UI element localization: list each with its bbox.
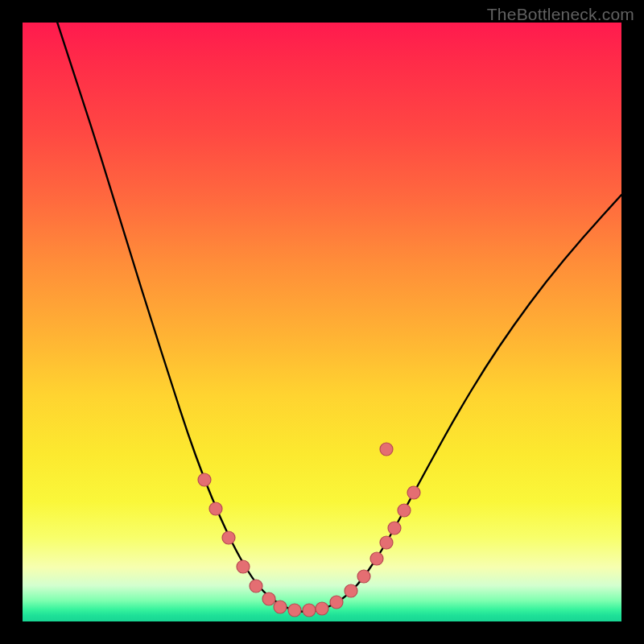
marker-dot <box>288 604 301 617</box>
marker-dot <box>262 592 275 605</box>
marker-dot <box>380 536 393 549</box>
marker-dot <box>198 473 211 486</box>
marker-dot <box>237 560 250 573</box>
marker-dot <box>222 531 235 544</box>
marker-dot <box>398 504 411 517</box>
marker-dot <box>316 602 328 615</box>
marker-dot <box>388 522 401 535</box>
marker-dot <box>330 596 343 609</box>
marker-dot <box>357 570 370 583</box>
marker-dot <box>274 601 287 613</box>
watermark-text: TheBottleneck.com <box>487 5 634 24</box>
marker-dot <box>380 443 393 456</box>
marker-dot <box>407 486 420 499</box>
marker-dot <box>370 552 383 565</box>
marker-dot <box>250 580 262 592</box>
chart-svg <box>23 23 621 621</box>
marker-dot <box>303 604 316 617</box>
marker-dot <box>209 502 222 515</box>
marker-dot <box>345 584 357 597</box>
curve-layer <box>55 23 621 612</box>
chart-frame: TheBottleneck.com <box>0 0 644 644</box>
markers-layer <box>198 443 420 617</box>
curve-path <box>55 23 621 612</box>
plot-area <box>23 23 621 621</box>
